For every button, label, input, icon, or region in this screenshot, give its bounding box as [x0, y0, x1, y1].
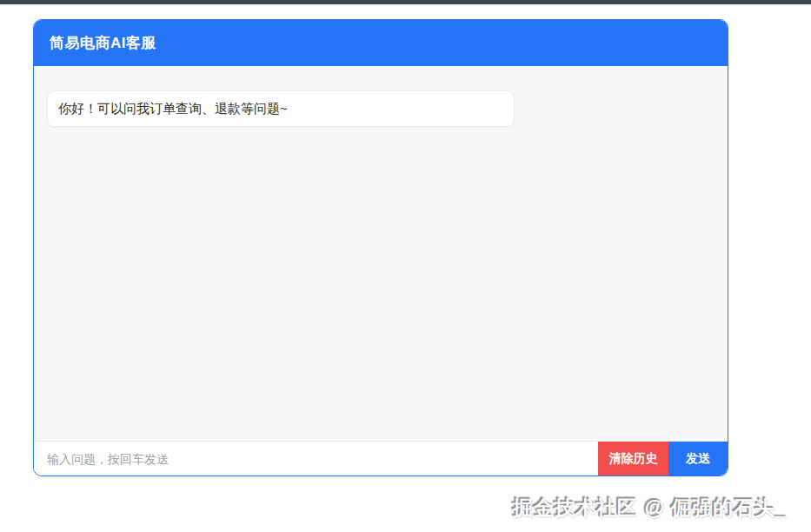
chat-widget-card: 简易电商AI客服 你好！可以问我订单查询、退款等问题~ 清除历史 发送: [33, 19, 728, 476]
chat-input-bar: 清除历史 发送: [34, 441, 728, 475]
send-button[interactable]: 发送: [668, 442, 728, 475]
chat-message-area: 你好！可以问我订单查询、退款等问题~: [34, 66, 728, 441]
bot-message-text: 你好！可以问我订单查询、退款等问题~: [58, 101, 288, 116]
window-top-strip: [0, 0, 811, 4]
clear-history-button[interactable]: 清除历史: [598, 442, 668, 475]
bot-message-bubble: 你好！可以问我订单查询、退款等问题~: [47, 90, 515, 127]
chat-title: 简易电商AI客服: [50, 33, 156, 53]
watermark-text: 掘金技术社区 @ 倔强的石头_: [513, 495, 788, 522]
chat-header: 简易电商AI客服: [34, 20, 728, 66]
question-input[interactable]: [34, 442, 598, 475]
